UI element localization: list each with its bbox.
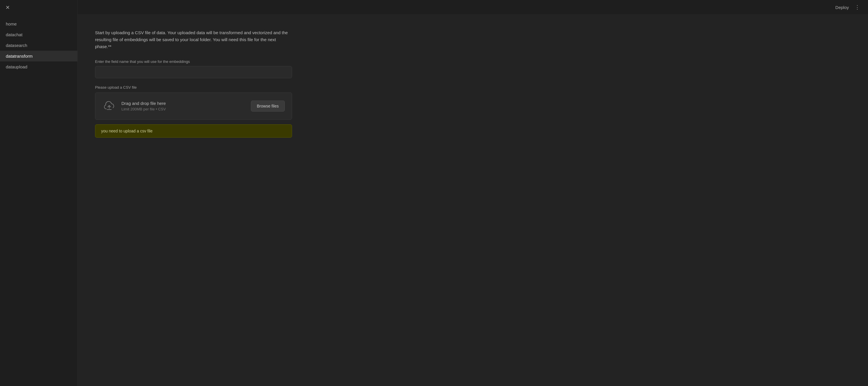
sidebar-item-datachat[interactable]: datachat xyxy=(0,29,78,40)
sidebar-item-dataupload[interactable]: dataupload xyxy=(0,61,78,72)
close-button[interactable]: ✕ xyxy=(3,3,11,11)
upload-limit-text: Limit 200MB per file • CSV xyxy=(121,107,166,111)
upload-left: Drag and drop file here Limit 200MB per … xyxy=(102,99,166,113)
field-label: Enter the field name that you will use f… xyxy=(95,59,437,64)
browse-files-button[interactable]: Browse files xyxy=(251,100,285,112)
upload-section-label: Please upload a CSV file xyxy=(95,85,437,90)
deploy-button[interactable]: Deploy xyxy=(833,4,851,11)
intro-text: Start by uploading a CSV file of data. Y… xyxy=(95,29,292,50)
field-name-input[interactable] xyxy=(95,66,292,78)
more-options-button[interactable]: ⋮ xyxy=(852,3,862,11)
sidebar: ✕ home datachat datasearch datatransform… xyxy=(0,0,78,386)
content-area: Start by uploading a CSV file of data. Y… xyxy=(78,15,454,152)
more-icon: ⋮ xyxy=(855,4,860,10)
sidebar-item-datasearch[interactable]: datasearch xyxy=(0,40,78,51)
main-content: Deploy ⋮ Start by uploading a CSV file o… xyxy=(78,0,868,386)
sidebar-nav: home datachat datasearch datatransform d… xyxy=(0,19,78,72)
upload-cloud-icon xyxy=(102,99,116,113)
sidebar-item-datatransform[interactable]: datatransform xyxy=(0,51,78,61)
sidebar-item-home[interactable]: home xyxy=(0,19,78,29)
upload-drag-text: Drag and drop file here xyxy=(121,101,166,106)
upload-zone: Drag and drop file here Limit 200MB per … xyxy=(95,92,292,120)
warning-message: you need to upload a csv file xyxy=(95,124,292,138)
upload-text-area: Drag and drop file here Limit 200MB per … xyxy=(121,101,166,111)
top-bar: Deploy ⋮ xyxy=(78,0,868,15)
